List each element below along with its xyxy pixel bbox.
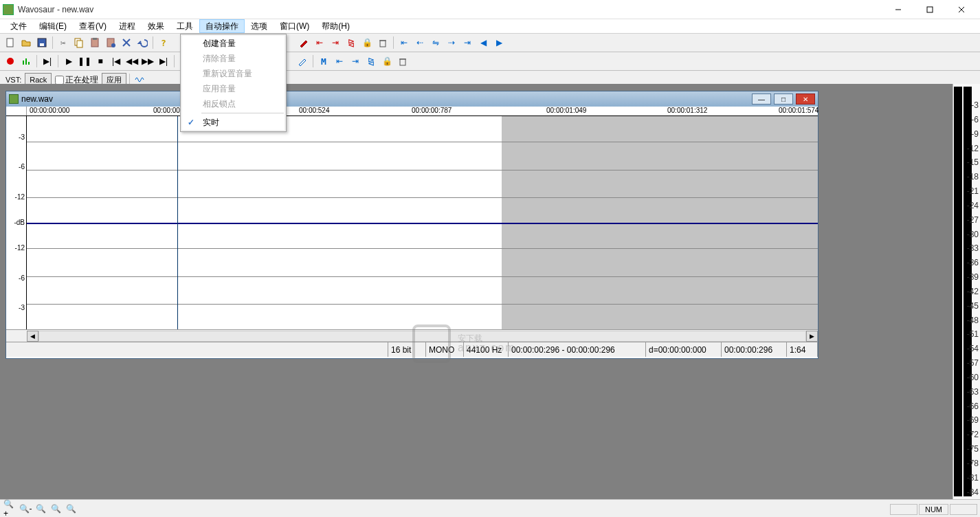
loop-start-button[interactable]: ⇤ (397, 35, 412, 50)
status-position: 00:00:00:296 (722, 342, 787, 357)
document-title: new.wav (21, 94, 749, 104)
zoom-in-button[interactable]: 🔍+ (3, 501, 18, 516)
svg-rect-5 (38, 38, 46, 47)
time-ruler[interactable]: 00:00:00:00000:00:00:200:00:52400:00:00:… (6, 107, 818, 116)
pause-button[interactable]: ❚❚ (77, 54, 92, 69)
zoom-toolbar: 🔍+ 🔍- 🔍 🔍 🔍 (0, 499, 980, 517)
new-file-button[interactable] (3, 35, 18, 50)
minimize-button[interactable] (882, 0, 914, 19)
skip-fwd-icon[interactable]: ▶ (491, 35, 506, 50)
cut-button[interactable]: ✂ (56, 35, 71, 50)
lock-button[interactable]: 🔒 (359, 35, 375, 50)
close-button[interactable] (946, 0, 977, 19)
db-label: -12 (15, 193, 25, 201)
open-file-button[interactable] (19, 35, 34, 50)
doc-minimize-button[interactable]: — (752, 94, 771, 104)
vst-label: VST: (3, 76, 24, 84)
menu-8[interactable]: 窗口(W) (274, 19, 315, 33)
zoom-full-button[interactable]: 🔍 (63, 501, 78, 516)
marker-group-button[interactable]: ⧎ (344, 35, 359, 50)
maximize-button[interactable] (914, 0, 946, 19)
marker-next-button[interactable]: ⇥ (328, 35, 343, 50)
play-button[interactable]: ▶ (61, 54, 76, 69)
m-marker-button[interactable]: M (316, 54, 331, 69)
blue-prev-button[interactable]: ⇤ (332, 54, 347, 69)
meter-scale: -3-6-9-12-15-18-21-24-27-30-33-36-39-42-… (972, 84, 980, 499)
meter-tick: -33 (967, 243, 979, 253)
titlebar: Wavosaur - new.wav (0, 0, 980, 19)
go-end-button[interactable]: ▶| (156, 54, 171, 69)
marker-prev-button[interactable]: ⇤ (312, 35, 327, 50)
menu-9[interactable]: 帮助(H) (315, 19, 356, 33)
paste-special-button[interactable] (103, 35, 118, 50)
draw-tool-button[interactable] (295, 54, 310, 69)
delete-button[interactable] (375, 35, 390, 50)
dd-item-0[interactable]: 创建音量 (182, 36, 285, 51)
horizontal-scrollbar[interactable]: ◀ ▶ (6, 329, 818, 342)
levels-icon[interactable] (19, 54, 34, 69)
menu-6[interactable]: 自动操作 (199, 19, 245, 33)
menu-4[interactable]: 效果 (142, 19, 170, 33)
blue-delete-button[interactable] (395, 54, 410, 69)
paste-button[interactable] (87, 35, 102, 50)
status-samplerate: 44100 Hz (464, 342, 509, 357)
svg-rect-10 (93, 38, 97, 40)
db-gutter: -3-6-12-dB-12-6-3 (6, 116, 27, 329)
playhead-cursor[interactable] (177, 116, 178, 329)
save-button[interactable] (34, 35, 49, 50)
document-titlebar[interactable]: new.wav — □ ✕ (6, 91, 818, 107)
loop-toggle-button[interactable]: ⇋ (428, 35, 443, 50)
blue-lock-button[interactable]: 🔒 (379, 54, 394, 69)
scroll-left-button[interactable]: ◀ (27, 331, 38, 342)
record-button[interactable] (3, 54, 18, 69)
ruler-tick: 00:00:01:312 (667, 107, 707, 114)
zoom-selection-button[interactable]: 🔍 (33, 501, 48, 516)
menubar: 文件编辑(E)查看(V)进程效果工具自动操作选项窗口(W)帮助(H) (0, 19, 980, 34)
doc-maximize-button[interactable]: □ (774, 94, 793, 104)
menu-0[interactable]: 文件 (4, 19, 33, 33)
rewind-button[interactable]: ◀◀ (124, 54, 140, 69)
stop-button[interactable]: ■ (93, 54, 108, 69)
db-label: -dB (14, 219, 25, 226)
crop-button[interactable] (119, 35, 134, 50)
dd-item-1: 清除音量 (182, 51, 285, 66)
dd-item-realtime[interactable]: ✓实时 (182, 115, 285, 130)
edit-tool-button[interactable] (296, 35, 311, 50)
meter-tick: -3 (971, 100, 979, 110)
svg-point-12 (111, 43, 115, 47)
go-start-button[interactable]: |◀ (109, 54, 124, 69)
waveform-area[interactable]: -3-6-12-dB-12-6-3 (6, 116, 818, 329)
menu-7[interactable]: 选项 (245, 19, 274, 33)
meter-tick: -45 (967, 301, 979, 311)
copy-button[interactable] (71, 35, 87, 50)
menu-3[interactable]: 进程 (113, 19, 142, 33)
meter-tick: -15 (967, 157, 979, 167)
loop-next-button[interactable]: ⇢ (444, 35, 459, 50)
meter-tick: -12 (967, 144, 979, 153)
app-icon (3, 4, 14, 15)
menu-5[interactable]: 工具 (170, 19, 199, 33)
skip-back-icon[interactable]: ◀ (476, 35, 491, 50)
status-numlock: NUM (919, 504, 948, 515)
status-empty-2 (950, 504, 977, 515)
ruler-tick: 00:00:00:000 (30, 107, 69, 114)
undo-button[interactable] (135, 35, 150, 50)
menu-1[interactable]: 编辑(E) (33, 19, 73, 33)
menu-2[interactable]: 查看(V) (73, 19, 113, 33)
zoom-out-button[interactable]: 🔍- (18, 501, 33, 516)
play-skip-button[interactable]: ▶| (40, 54, 55, 69)
scroll-right-button[interactable]: ▶ (806, 331, 818, 342)
loop-prev-button[interactable]: ⇠ (412, 35, 427, 50)
meter-left-channel (954, 87, 962, 496)
blue-next-button[interactable]: ⇥ (348, 54, 363, 69)
loop-end-button[interactable]: ⇥ (460, 35, 475, 50)
help-button[interactable]: ? (156, 35, 171, 50)
blue-group-button[interactable]: ⧎ (364, 54, 379, 69)
ffwd-button[interactable]: ▶▶ (140, 54, 155, 69)
doc-close-button[interactable]: ✕ (796, 94, 815, 104)
waveform-canvas[interactable] (27, 116, 818, 329)
scroll-track[interactable] (38, 331, 806, 342)
toolbar-row-2: ▶| ▶ ❚❚ ■ |◀ ◀◀ ▶▶ ▶| M ⇤ ⇥ ⧎ 🔒 (0, 52, 980, 71)
zoom-fit-button[interactable]: 🔍 (48, 501, 63, 516)
meter-tick: -21 (967, 186, 979, 196)
